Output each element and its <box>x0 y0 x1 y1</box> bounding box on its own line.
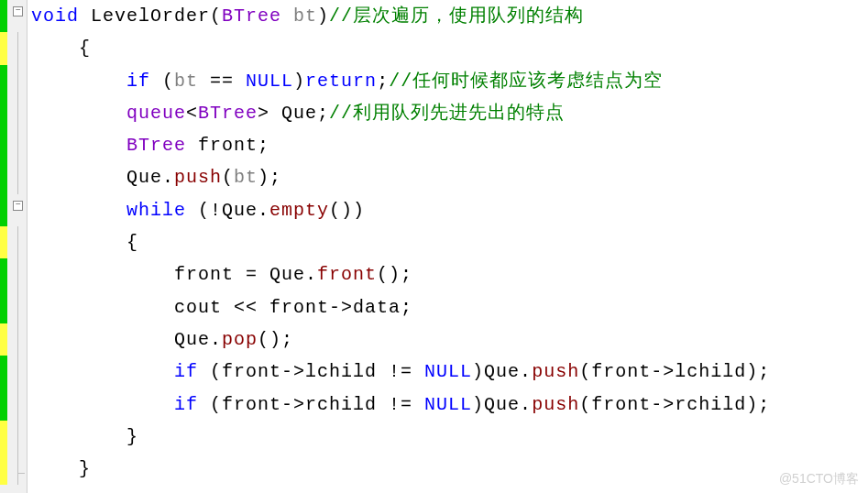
token-txt: ()) <box>329 200 365 221</box>
watermark: @51CTO博客 <box>779 471 859 488</box>
token-txt: cout << front->data; <box>174 297 412 318</box>
change-marker <box>0 32 7 64</box>
indent <box>31 103 126 124</box>
token-txt: )Que. <box>472 394 532 415</box>
code-line[interactable]: void LevelOrder(BTree bt)//层次遍历，使用队列的结构 <box>31 0 868 32</box>
fold-guide <box>17 65 18 97</box>
indent <box>31 458 79 479</box>
change-marker <box>0 421 7 453</box>
token-txt: ; <box>377 71 389 92</box>
code-line[interactable]: front = Que.front(); <box>31 258 868 290</box>
code-line[interactable]: if (front->rchild != NULL)Que.push(front… <box>31 389 868 421</box>
token-kw: return <box>305 71 377 92</box>
token-kw: if <box>126 71 150 92</box>
indent <box>31 200 126 221</box>
token-null: NULL <box>246 71 293 92</box>
gutter-row <box>0 258 27 290</box>
indent <box>31 361 174 382</box>
token-txt: )Que. <box>472 361 532 382</box>
token-txt: (front->rchild != <box>198 394 424 415</box>
gutter-row <box>0 389 27 421</box>
token-type: BTree <box>198 103 258 124</box>
fold-guide <box>17 97 18 129</box>
token-txt: ) <box>293 71 305 92</box>
fold-guide <box>17 226 18 258</box>
indent <box>31 264 174 285</box>
token-null: NULL <box>424 361 472 382</box>
code-line[interactable]: if (front->lchild != NULL)Que.push(front… <box>31 356 868 388</box>
token-txt: } <box>79 458 91 479</box>
token-txt: > Que; <box>258 103 329 124</box>
token-txt: { <box>79 38 91 59</box>
token-txt: ); <box>258 167 281 188</box>
code-line[interactable]: Que.push(bt); <box>31 161 868 193</box>
change-marker <box>0 65 7 97</box>
indent <box>31 426 126 447</box>
token-txt: (!Que. <box>186 200 269 221</box>
token-method: pop <box>222 329 258 350</box>
gutter-row <box>0 453 27 485</box>
gutter-row <box>0 97 27 129</box>
change-marker <box>0 161 7 193</box>
token-txt: ( <box>150 71 174 92</box>
gutter-row <box>0 129 27 161</box>
code-area[interactable]: void LevelOrder(BTree bt)//层次遍历，使用队列的结构 … <box>27 0 868 493</box>
gutter-row <box>0 226 27 258</box>
code-line[interactable]: Que.pop(); <box>31 323 868 356</box>
token-txt: Que. <box>174 329 222 350</box>
token-comment: //利用队列先进先出的特点 <box>329 103 565 124</box>
gutter-row: − <box>0 0 27 32</box>
token-txt: Que. <box>126 167 174 188</box>
code-line[interactable]: { <box>31 32 868 64</box>
token-method: front <box>317 264 377 285</box>
code-line[interactable]: cout << front->data; <box>31 291 868 323</box>
token-txt: == <box>198 71 246 92</box>
token-txt: { <box>126 232 138 253</box>
fold-guide <box>17 421 18 453</box>
indent <box>31 71 126 92</box>
change-marker <box>0 356 7 388</box>
fold-guide <box>17 356 18 388</box>
token-param: bt <box>234 167 258 188</box>
token-txt: LevelOrder( <box>79 5 222 27</box>
indent <box>31 232 126 253</box>
change-marker <box>0 323 7 356</box>
change-marker <box>0 389 7 421</box>
token-txt: (front->lchild); <box>579 361 770 382</box>
token-kw: if <box>174 394 198 415</box>
token-txt: ) <box>317 5 329 27</box>
code-line[interactable]: BTree front; <box>31 129 868 161</box>
token-method: push <box>532 394 579 415</box>
token-txt: < <box>186 103 198 124</box>
gutter-row <box>0 161 27 193</box>
fold-guide <box>17 323 18 356</box>
token-method: push <box>174 167 222 188</box>
code-line[interactable]: while (!Que.empty()) <box>31 194 868 226</box>
gutter: −− <box>0 0 27 493</box>
fold-guide <box>17 291 18 323</box>
gutter-row: − <box>0 194 27 226</box>
fold-guide <box>17 161 18 193</box>
token-comment: //层次遍历，使用队列的结构 <box>329 5 584 27</box>
token-kw: if <box>174 361 198 382</box>
code-line[interactable]: } <box>31 453 868 485</box>
change-marker <box>0 194 7 226</box>
code-line[interactable]: if (bt == NULL)return;//任何时候都应该考虑结点为空 <box>31 65 868 97</box>
fold-end <box>17 473 25 474</box>
code-line[interactable]: } <box>31 421 868 453</box>
token-txt: front; <box>186 135 269 156</box>
gutter-row <box>0 323 27 356</box>
change-marker <box>0 226 7 258</box>
token-txt: } <box>126 426 138 447</box>
token-null: NULL <box>424 394 472 415</box>
fold-guide <box>17 453 18 485</box>
fold-toggle-icon[interactable]: − <box>13 201 23 211</box>
token-param: bt <box>174 71 198 92</box>
fold-toggle-icon[interactable]: − <box>13 6 23 16</box>
token-type: BTree <box>222 5 281 27</box>
token-txt: (); <box>377 264 412 285</box>
code-line[interactable]: queue<BTree> Que;//利用队列先进先出的特点 <box>31 97 868 129</box>
code-line[interactable]: { <box>31 226 868 258</box>
change-marker <box>0 0 7 32</box>
indent <box>31 135 126 156</box>
